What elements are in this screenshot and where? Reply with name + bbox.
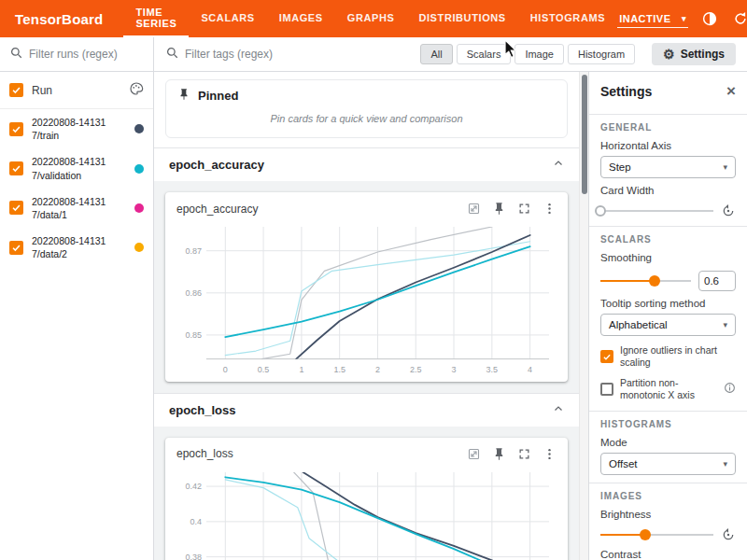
tab-images[interactable]: IMAGES [267,0,335,37]
chevron-down-icon: ▾ [723,320,727,329]
epoch-accuracy-chart[interactable]: 00.511.522.533.540.850.860.87 [175,219,558,378]
fit-domain-icon[interactable] [467,202,481,216]
run-label: 20220808-141317/data/2 [32,234,110,260]
run-checkbox[interactable] [9,241,23,255]
section-epoch-loss: epoch_loss epoch_loss [154,393,579,560]
run-row[interactable]: 20220808-141317/data/1 [0,189,153,228]
slider-thumb[interactable] [640,529,651,540]
chevron-down-icon: ▾ [723,459,727,469]
card-width-slider[interactable] [600,204,713,217]
horizontal-axis-value: Step [609,161,631,173]
histogram-mode-label: Mode [600,437,736,448]
partition-x-axis-checkbox[interactable] [600,383,613,396]
header-actions: INACTIVE ▾ ⚙ ? [617,9,747,28]
tensorboard-app: TensorBoard TIME SERIESSCALARSIMAGESGRAP… [0,0,747,560]
slider-thumb[interactable] [649,275,660,287]
status-label: INACTIVE [619,13,670,24]
horizontal-axis-select[interactable]: Step ▾ [600,156,736,178]
scalar-card-epoch-loss: epoch_loss [165,438,568,560]
pin-icon[interactable] [492,447,506,461]
general-heading: GENERAL [600,122,736,133]
tab-time-series[interactable]: TIME SERIES [123,0,189,37]
filter-chip-scalars[interactable]: Scalars [457,44,512,64]
section-epoch-accuracy: epoch_accuracy epoch_accuracy [154,147,579,393]
pin-icon[interactable] [492,202,506,216]
tags-toolbar: AllScalarsImageHistogram ⚙ Settings [154,37,747,72]
partition-x-axis-row[interactable]: Partition non-monotonic X axis [600,377,736,401]
histogram-mode-value: Offset [609,458,637,469]
filter-chip-all[interactable]: All [420,44,452,64]
tooltip-sorting-select[interactable]: Alphabetical ▾ [600,314,736,336]
info-icon[interactable] [724,382,736,397]
main-scrollbar [579,72,588,560]
fullscreen-icon[interactable] [517,202,531,216]
fullscreen-icon[interactable] [517,447,531,461]
run-label: 20220808-141317/data/1 [32,195,110,221]
card-width-label: Card Width [600,185,736,196]
svg-text:3.5: 3.5 [486,365,498,374]
run-select-all-checkbox[interactable] [9,83,23,97]
section-header[interactable]: epoch_accuracy [154,148,579,181]
main-scrollbar-thumb[interactable] [582,75,587,194]
svg-text:0: 0 [223,365,228,374]
run-row[interactable]: 20220808-141317/validation [0,148,153,188]
fit-domain-icon[interactable] [467,447,481,461]
run-checkbox[interactable] [9,201,23,215]
run-color-dot [134,243,144,252]
tab-scalars[interactable]: SCALARS [189,0,266,37]
tags-filter-row [165,46,371,63]
tags-filter-input[interactable] [185,48,371,61]
runs-filter-row [0,37,153,72]
ignore-outliers-checkbox[interactable] [600,350,613,363]
smoothing-slider[interactable] [600,274,691,287]
theme-toggle-icon[interactable] [700,9,719,28]
cards-main-area: Pinned Pin cards for a quick view and co… [154,72,588,560]
tooltip-sorting-label: Tooltip sorting method [600,298,736,309]
ignore-outliers-row[interactable]: Ignore outliers in chart scaling [600,344,736,369]
settings-panel-title: Settings [600,84,652,99]
chevron-up-icon[interactable] [553,403,564,417]
run-checkbox[interactable] [9,161,23,175]
reset-icon[interactable] [721,527,736,542]
status-dropdown[interactable]: INACTIVE ▾ [617,10,688,28]
runs-filter-input[interactable] [29,48,144,61]
close-icon[interactable]: × [726,83,736,99]
run-row[interactable]: 20220808-141317/train [0,109,153,148]
run-row[interactable]: 20220808-141317/data/2 [0,228,153,267]
section-header[interactable]: epoch_loss [154,394,579,427]
svg-text:0.4: 0.4 [190,516,201,525]
pinned-section: Pinned Pin cards for a quick view and co… [165,79,568,138]
svg-text:1.5: 1.5 [333,365,345,374]
filter-chip-histogram[interactable]: Histogram [568,44,635,64]
run-label: 20220808-141317/validation [32,155,110,181]
card-title: epoch_loss [176,447,233,460]
tab-histograms[interactable]: HISTOGRAMS [518,0,617,37]
pinned-title: Pinned [198,89,238,103]
settings-button[interactable]: ⚙ Settings [652,43,736,65]
svg-text:2.5: 2.5 [410,365,421,374]
svg-text:2: 2 [375,365,380,374]
brightness-slider[interactable] [600,528,713,541]
reset-icon[interactable] [721,203,736,218]
more-options-icon[interactable] [543,447,557,461]
contrast-label: Contrast [600,549,736,560]
svg-text:0.38: 0.38 [185,552,201,560]
images-heading: IMAGES [600,491,736,501]
filter-chip-image[interactable]: Image [514,44,564,64]
smoothing-value-input[interactable] [698,271,736,291]
app-header: TensorBoard TIME SERIESSCALARSIMAGESGRAP… [0,0,747,37]
run-checkbox[interactable] [9,122,23,136]
section-title: epoch_accuracy [169,158,264,172]
histogram-mode-select[interactable]: Offset ▾ [600,453,736,475]
more-options-icon[interactable] [543,202,557,216]
scalar-card-epoch-accuracy: epoch_accuracy [165,192,568,382]
chevron-down-icon: ▾ [723,162,727,172]
palette-icon[interactable] [129,81,144,99]
slider-thumb[interactable] [595,205,606,217]
run-color-dot [134,124,144,133]
refresh-icon[interactable] [731,9,747,28]
epoch-loss-chart[interactable]: 00.511.522.533.540.360.380.40.42 [175,465,558,560]
tab-graphs[interactable]: GRAPHS [335,0,407,37]
chevron-up-icon[interactable] [553,158,564,172]
tab-distributions[interactable]: DISTRIBUTIONS [406,0,517,37]
